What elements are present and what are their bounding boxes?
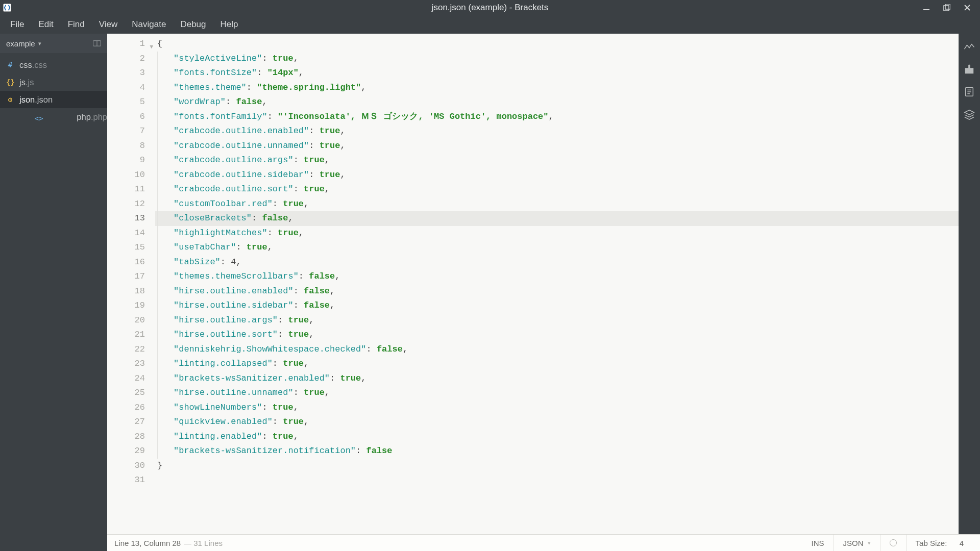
live-preview-icon[interactable] xyxy=(963,41,975,53)
menu-file[interactable]: File xyxy=(3,16,31,33)
window-minimize-button[interactable] xyxy=(922,3,931,12)
gutter-line[interactable]: 21 xyxy=(107,328,152,342)
gutter-line[interactable]: 15 xyxy=(107,240,152,255)
code-line[interactable]: "denniskehrig.ShowWhitespace.checked": f… xyxy=(155,342,959,357)
menu-help[interactable]: Help xyxy=(213,16,246,33)
gutter-line[interactable]: 31 xyxy=(107,473,152,488)
gutter-line[interactable]: 8 xyxy=(107,139,152,154)
code-line[interactable]: "crabcode.outline.args": true, xyxy=(155,153,959,168)
circle-icon xyxy=(890,539,897,546)
menu-debug[interactable]: Debug xyxy=(173,16,213,33)
code-line[interactable]: "fonts.fontFamily": "'Inconsolata', ＭＳ ゴ… xyxy=(155,110,959,124)
hash-icon: # xyxy=(6,61,14,69)
code-line[interactable]: "crabcode.outline.sort": true, xyxy=(155,182,959,197)
file-item-json-json[interactable]: ⚙json.json xyxy=(0,91,107,108)
code-line[interactable]: "useTabChar": true, xyxy=(155,240,959,255)
code-line[interactable]: "showLineNumbers": true, xyxy=(155,400,959,415)
tab-size-selector[interactable]: Tab Size: 4 xyxy=(906,535,973,552)
svg-marker-12 xyxy=(965,110,974,115)
code-line[interactable]: "quickview.enabled": true, xyxy=(155,415,959,430)
caret-down-icon: ▾ xyxy=(38,40,41,47)
document-icon[interactable] xyxy=(963,86,975,98)
gutter-line[interactable]: 26 xyxy=(107,400,152,415)
code-line[interactable]: "hirse.outline.args": true, xyxy=(155,313,959,328)
gutter-line[interactable]: 23 xyxy=(107,357,152,371)
gear-icon: ⚙ xyxy=(6,95,14,104)
gutter-line[interactable]: 20 xyxy=(107,313,152,328)
file-item-js-js[interactable]: {}js.js xyxy=(0,73,107,91)
total-lines: — 31 Lines xyxy=(184,539,223,547)
cursor-position[interactable]: Line 13, Column 28 xyxy=(114,539,181,547)
app-logo-icon xyxy=(2,2,13,13)
code-line[interactable]: "highlightMatches": true, xyxy=(155,226,959,241)
project-dropdown[interactable]: example ▾ xyxy=(0,34,107,53)
code-line[interactable]: "linting.collapsed": true, xyxy=(155,357,959,371)
language-selector[interactable]: JSON▾ xyxy=(834,535,880,552)
gutter-line[interactable]: 28 xyxy=(107,430,152,444)
gutter-line[interactable]: 1▼ xyxy=(107,37,152,52)
gutter-line[interactable]: 13 xyxy=(107,211,152,226)
gutter-line[interactable]: 14 xyxy=(107,226,152,241)
code-line[interactable]: "fonts.fontSize": "14px", xyxy=(155,66,959,81)
gutter-line[interactable]: 2 xyxy=(107,52,152,66)
code-line[interactable]: "customToolbar.red": true, xyxy=(155,197,959,212)
code-line[interactable]: "crabcode.outline.sidebar": true, xyxy=(155,168,959,183)
code-line[interactable]: "themes.theme": "theme.spring.light", xyxy=(155,81,959,95)
file-item-css-css[interactable]: #css.css xyxy=(0,56,107,73)
gutter-line[interactable]: 16 xyxy=(107,255,152,270)
code-line[interactable]: "tabSize": 4, xyxy=(155,255,959,270)
code-area[interactable]: {"styleActiveLine": true,"fonts.fontSize… xyxy=(155,34,959,534)
code-line[interactable]: "crabcode.outline.enabled": true, xyxy=(155,124,959,139)
gutter-line[interactable]: 7 xyxy=(107,124,152,139)
split-view-icon[interactable] xyxy=(93,39,101,48)
code-line[interactable]: "linting.enabled": true, xyxy=(155,430,959,444)
gutter-line[interactable]: 24 xyxy=(107,371,152,386)
code-line[interactable]: "hirse.outline.sort": true, xyxy=(155,328,959,342)
line-gutter[interactable]: 1▼23456789101112131415161718192021222324… xyxy=(107,34,155,534)
code-line[interactable] xyxy=(155,473,959,488)
code-line[interactable]: "styleActiveLine": true, xyxy=(155,52,959,66)
gutter-line[interactable]: 5 xyxy=(107,95,152,110)
file-name: css.css xyxy=(19,60,47,70)
code-line[interactable]: { xyxy=(155,37,959,52)
menu-edit[interactable]: Edit xyxy=(31,16,60,33)
menu-view[interactable]: View xyxy=(92,16,125,33)
code-line[interactable]: } xyxy=(155,459,959,473)
menu-navigate[interactable]: Navigate xyxy=(125,16,173,33)
file-item-php-php[interactable]: <>php.php xyxy=(0,108,107,126)
code-line[interactable]: "brackets-wsSanitizer.notification": fal… xyxy=(155,444,959,459)
gutter-line[interactable]: 29 xyxy=(107,444,152,459)
gutter-line[interactable]: 11 xyxy=(107,182,152,197)
code-line[interactable]: "themes.themeScrollbars": false, xyxy=(155,269,959,284)
window-close-button[interactable] xyxy=(963,3,972,12)
gutter-line[interactable]: 3 xyxy=(107,66,152,81)
gutter-line[interactable]: 30 xyxy=(107,459,152,473)
gutter-line[interactable]: 12 xyxy=(107,197,152,212)
layers-icon[interactable] xyxy=(963,108,975,120)
code-editor[interactable]: 1▼23456789101112131415161718192021222324… xyxy=(107,34,959,534)
gutter-line[interactable]: 6 xyxy=(107,110,152,124)
code-line[interactable]: "hirse.outline.enabled": false, xyxy=(155,284,959,299)
gutter-line[interactable]: 4 xyxy=(107,81,152,95)
gutter-line[interactable]: 17 xyxy=(107,269,152,284)
insert-mode-toggle[interactable]: INS xyxy=(802,535,834,552)
code-line[interactable]: "brackets-wsSanitizer.enabled": true, xyxy=(155,371,959,386)
code-line[interactable]: "crabcode.outline.unnamed": true, xyxy=(155,139,959,154)
extension-manager-icon[interactable] xyxy=(963,63,975,76)
gutter-line[interactable]: 10 xyxy=(107,168,152,183)
code-line[interactable]: "hirse.outline.sidebar": false, xyxy=(155,298,959,313)
file-tree: #css.css{}js.js⚙json.json<>php.php xyxy=(0,53,107,126)
menu-find[interactable]: Find xyxy=(61,16,92,33)
gutter-line[interactable]: 27 xyxy=(107,415,152,430)
gutter-line[interactable]: 19 xyxy=(107,298,152,313)
code-line[interactable]: "hirse.outline.unnamed": true, xyxy=(155,386,959,400)
code-line[interactable]: "closeBrackets": false, xyxy=(155,211,959,226)
gutter-line[interactable]: 22 xyxy=(107,342,152,357)
gutter-line[interactable]: 9 xyxy=(107,153,152,168)
gutter-line[interactable]: 18 xyxy=(107,284,152,299)
project-name: example xyxy=(6,39,35,48)
window-maximize-button[interactable] xyxy=(942,3,951,12)
gutter-line[interactable]: 25 xyxy=(107,386,152,400)
code-line[interactable]: "wordWrap": false, xyxy=(155,95,959,110)
lint-status[interactable] xyxy=(880,535,906,552)
